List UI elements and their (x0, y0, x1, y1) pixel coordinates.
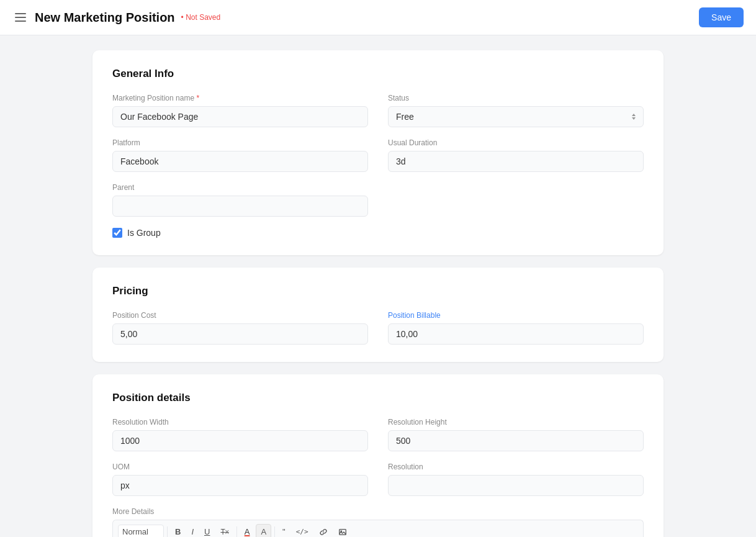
resolution-height-group: Resolution Height (388, 418, 644, 451)
more-details-group: More Details Normal Heading 1 Heading 2 … (112, 507, 644, 537)
parent-label: Parent (112, 183, 368, 192)
usual-duration-input[interactable] (388, 151, 644, 172)
usual-duration-label: Usual Duration (388, 138, 644, 147)
resolution-height-input[interactable] (388, 430, 644, 451)
top-bar-left: New Marketing Position • Not Saved (12, 11, 699, 25)
strikethrough-button[interactable]: TX (216, 525, 233, 538)
parent-spacer (388, 183, 644, 217)
position-details-form: Resolution Width Resolution Height UOM R… (112, 418, 644, 537)
general-info-card: General Info Marketing Position name Sta… (92, 50, 664, 255)
resolution-width-group: Resolution Width (112, 418, 368, 451)
resolution-label: Resolution (388, 463, 644, 471)
pricing-title: Pricing (112, 285, 644, 297)
position-billable-group: Position Billable (388, 311, 644, 345)
blockquote-button[interactable]: " (278, 525, 290, 537)
toolbar-divider-1 (167, 526, 168, 538)
position-cost-label: Position Cost (112, 311, 368, 320)
style-select[interactable]: Normal Heading 1 Heading 2 Heading 3 (118, 525, 164, 537)
is-group-label[interactable]: Is Group (127, 228, 161, 238)
svg-rect-0 (339, 529, 346, 535)
resolution-width-label: Resolution Width (112, 418, 368, 426)
position-billable-input[interactable] (388, 323, 644, 345)
is-group-row: Is Group (112, 228, 644, 238)
uom-input[interactable] (112, 475, 368, 496)
italic-button[interactable]: I (187, 525, 198, 537)
parent-input[interactable] (112, 196, 368, 217)
position-cost-group: Position Cost (112, 311, 368, 345)
code-button[interactable]: </> (292, 525, 313, 537)
font-color-button[interactable]: A (240, 525, 254, 537)
resolution-width-input[interactable] (112, 430, 368, 451)
status-label: Status (388, 94, 644, 102)
underline-button[interactable]: U (200, 525, 214, 537)
toolbar-divider-3 (274, 526, 275, 538)
pricing-form: Position Cost Position Billable (112, 311, 644, 345)
page-content: General Info Marketing Position name Sta… (80, 35, 676, 537)
top-bar: New Marketing Position • Not Saved Save (0, 0, 756, 35)
is-group-checkbox[interactable] (112, 228, 122, 238)
marketing-position-name-group: Marketing Position name (112, 94, 368, 127)
resolution-group: Resolution (388, 463, 644, 496)
toolbar-divider-2 (236, 526, 237, 538)
parent-group: Parent (112, 183, 368, 217)
platform-group: Platform (112, 138, 368, 172)
page-title: New Marketing Position (35, 11, 175, 25)
not-saved-badge: • Not Saved (181, 13, 221, 22)
resolution-input[interactable] (388, 475, 644, 496)
pricing-card: Pricing Position Cost Position Billable (92, 268, 664, 362)
editor-toolbar: Normal Heading 1 Heading 2 Heading 3 B I… (112, 520, 644, 537)
link-button[interactable] (315, 525, 332, 538)
usual-duration-group: Usual Duration (388, 138, 644, 172)
status-group: Status Free Paid Premium (388, 94, 644, 127)
resolution-height-label: Resolution Height (388, 418, 644, 426)
position-billable-label: Position Billable (388, 311, 644, 320)
status-select[interactable]: Free Paid Premium (388, 106, 644, 127)
platform-label: Platform (112, 138, 368, 147)
position-details-title: Position details (112, 392, 644, 404)
marketing-position-name-input[interactable] (112, 106, 368, 127)
editor-toolbar-row-1: Normal Heading 1 Heading 2 Heading 3 B I… (118, 524, 638, 537)
general-info-form: Marketing Position name Status Free Paid… (112, 94, 644, 238)
marketing-position-name-label: Marketing Position name (112, 94, 368, 102)
image-button[interactable] (334, 525, 351, 538)
more-details-label: More Details (112, 507, 644, 516)
uom-group: UOM (112, 463, 368, 496)
font-bg-button[interactable]: A (256, 524, 271, 537)
save-button[interactable]: Save (699, 7, 744, 27)
hamburger-icon[interactable] (12, 11, 29, 24)
bold-button[interactable]: B (171, 525, 185, 537)
position-details-card: Position details Resolution Width Resolu… (92, 374, 664, 537)
position-cost-input[interactable] (112, 323, 368, 345)
uom-label: UOM (112, 463, 368, 471)
general-info-title: General Info (112, 68, 644, 80)
platform-input[interactable] (112, 151, 368, 172)
